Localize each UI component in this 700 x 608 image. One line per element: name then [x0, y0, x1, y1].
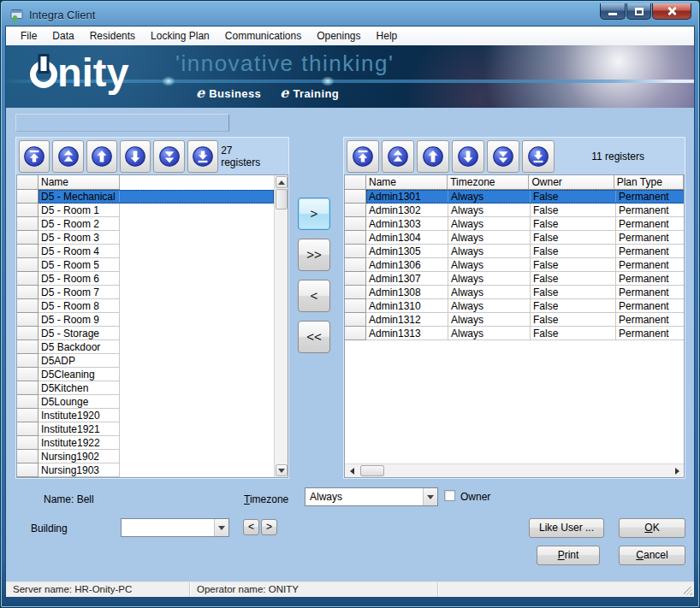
register-row[interactable]: Admin1313 Always False Permanent	[345, 327, 684, 340]
register-row[interactable]: D5 - Room 8	[17, 299, 274, 313]
move-down-button[interactable]	[452, 140, 484, 173]
row-header-cell[interactable]	[345, 272, 366, 286]
register-plan-type-cell[interactable]: Permanent	[616, 313, 685, 327]
register-row[interactable]: D5 - Room 9	[17, 313, 274, 327]
register-row[interactable]: Admin1303 Always False Permanent	[345, 217, 684, 231]
register-row[interactable]: D5Kitchen	[17, 381, 274, 395]
register-owner-cell[interactable]: False	[531, 245, 616, 258]
row-header-cell[interactable]	[345, 299, 366, 313]
register-owner-cell[interactable]: False	[531, 204, 616, 217]
move-to-bottom-button[interactable]	[522, 140, 555, 173]
move-down-button[interactable]	[120, 140, 151, 173]
row-header-cell[interactable]	[17, 354, 39, 368]
register-row[interactable]: Admin1302 Always False Permanent	[345, 204, 684, 217]
register-plan-type-cell[interactable]: Permanent	[616, 258, 685, 272]
remove-all-button[interactable]: <<	[298, 321, 330, 353]
row-header-cell[interactable]	[345, 204, 366, 217]
register-plan-type-cell[interactable]: Permanent	[616, 204, 685, 217]
register-name-cell[interactable]: D5 - Room 5	[39, 258, 120, 272]
register-timezone-cell[interactable]: Always	[448, 327, 531, 340]
row-header-cell[interactable]	[345, 258, 366, 272]
scroll-up-button[interactable]	[276, 176, 288, 188]
column-header-timezone[interactable]: Timezone	[448, 175, 529, 190]
register-name-cell[interactable]: D5 - Room 7	[39, 286, 120, 299]
register-name-cell[interactable]: Admin1305	[366, 245, 448, 258]
row-header-cell[interactable]	[345, 286, 366, 299]
register-name-cell[interactable]: Admin1302	[366, 204, 448, 217]
register-name-cell[interactable]: Admin1312	[366, 313, 448, 327]
register-name-cell[interactable]: D5 - Room 1	[39, 204, 120, 217]
register-name-cell[interactable]: D5 Backdoor	[39, 340, 120, 354]
like-user-button[interactable]: Like User ...	[529, 518, 604, 538]
row-header-cell[interactable]	[345, 327, 366, 340]
register-name-cell[interactable]: Admin1301	[366, 190, 448, 204]
row-header-cell[interactable]	[345, 245, 366, 258]
register-name-cell[interactable]: D5 - Room 8	[39, 299, 120, 313]
register-row[interactable]: D5 - Room 7	[17, 286, 274, 299]
register-row[interactable]: Admin1304 Always False Permanent	[345, 231, 684, 245]
register-name-cell[interactable]: Admin1308	[366, 286, 448, 299]
row-header-cell[interactable]	[17, 463, 39, 477]
building-next-button[interactable]: >	[261, 519, 277, 535]
register-row[interactable]: Admin1308 Always False Permanent	[345, 286, 684, 299]
row-header-cell[interactable]	[17, 231, 39, 245]
register-plan-type-cell[interactable]: Permanent	[616, 272, 685, 286]
register-row[interactable]: D5ADP	[17, 354, 274, 368]
register-plan-type-cell[interactable]: Permanent	[616, 299, 685, 313]
register-name-cell[interactable]: Admin1313	[366, 327, 448, 340]
register-timezone-cell[interactable]: Always	[448, 204, 531, 217]
register-name-cell[interactable]: D5Lounge	[39, 395, 120, 409]
register-name-cell[interactable]: Admin1304	[366, 231, 448, 245]
register-row[interactable]: D5 - Room 5	[17, 258, 274, 272]
menu-item[interactable]: Locking Plan	[143, 27, 217, 44]
register-name-cell[interactable]: Institute1922	[39, 436, 120, 450]
minimize-button[interactable]	[600, 3, 626, 20]
row-header-cell[interactable]	[17, 381, 39, 395]
scrollbar-thumb[interactable]	[360, 465, 384, 476]
row-header-cell[interactable]	[345, 190, 366, 204]
row-header-cell[interactable]	[17, 395, 39, 409]
register-row[interactable]: Institute1922	[17, 436, 274, 450]
register-owner-cell[interactable]: False	[531, 258, 616, 272]
register-row[interactable]: D5 - Room 6	[17, 272, 274, 286]
menu-item[interactable]: Help	[369, 27, 406, 44]
register-owner-cell[interactable]: False	[531, 327, 616, 340]
register-name-cell[interactable]: D5 - Room 9	[39, 313, 120, 327]
move-down-page-button[interactable]	[487, 140, 519, 173]
row-header-cell[interactable]	[17, 204, 39, 217]
register-owner-cell[interactable]: False	[531, 286, 616, 299]
register-name-cell[interactable]: D5 - Room 4	[39, 245, 120, 258]
column-header-owner[interactable]: Owner	[529, 175, 614, 190]
register-owner-cell[interactable]: False	[531, 190, 616, 204]
register-name-cell[interactable]: D5 - Room 2	[39, 217, 120, 231]
row-header-cell[interactable]	[17, 327, 39, 340]
register-name-cell[interactable]: D5ADP	[39, 354, 120, 368]
building-select[interactable]	[121, 518, 229, 537]
dropdown-button[interactable]	[214, 519, 228, 536]
ok-button[interactable]: OK	[619, 518, 685, 538]
print-button[interactable]: Print	[537, 546, 600, 565]
row-header-cell[interactable]	[17, 286, 39, 299]
dropdown-button[interactable]	[423, 488, 437, 505]
scroll-down-button[interactable]	[276, 464, 288, 476]
menu-item[interactable]: Openings	[309, 27, 368, 44]
move-up-page-button[interactable]	[52, 140, 83, 173]
register-row[interactable]: D5Cleaning	[17, 368, 274, 381]
menu-item[interactable]: Communications	[217, 27, 309, 44]
register-owner-cell[interactable]: False	[531, 272, 616, 286]
resize-grip-icon[interactable]	[684, 587, 692, 595]
close-button[interactable]	[652, 3, 691, 20]
register-name-cell[interactable]: Admin1303	[366, 217, 448, 231]
menu-item[interactable]: Residents	[82, 27, 143, 44]
column-header-name[interactable]: Name	[366, 175, 448, 190]
row-header-cell[interactable]	[345, 217, 366, 231]
move-to-bottom-button[interactable]	[187, 140, 218, 173]
vertical-scrollbar[interactable]	[274, 175, 288, 477]
move-down-page-button[interactable]	[153, 140, 184, 173]
register-row[interactable]: D5 - Storage	[17, 327, 274, 340]
move-up-button[interactable]	[86, 140, 117, 173]
row-header-cell[interactable]	[17, 436, 39, 450]
register-row[interactable]: D5 - Room 4	[17, 245, 274, 258]
register-name-cell[interactable]: D5Kitchen	[39, 381, 120, 395]
register-row[interactable]: D5 - Mechanical	[17, 190, 274, 204]
